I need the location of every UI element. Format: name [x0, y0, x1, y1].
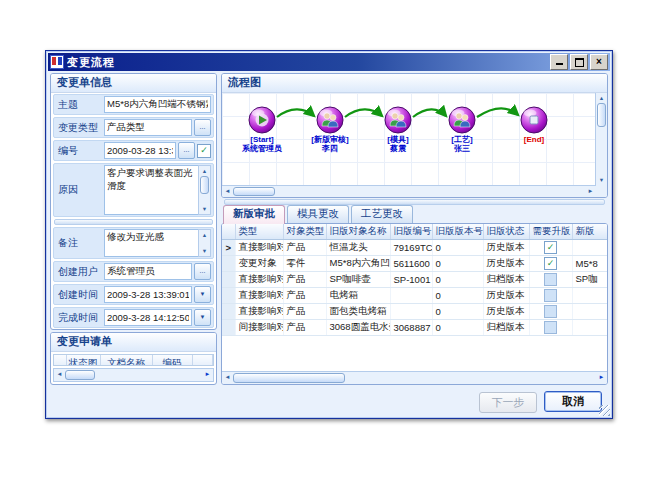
cancel-button[interactable]: 取消: [544, 391, 602, 412]
flow-vscrollbar[interactable]: ▲ ▼: [595, 93, 607, 185]
maximize-button[interactable]: [570, 54, 588, 70]
subject-input[interactable]: [104, 96, 211, 113]
scroll-thumb[interactable]: [233, 187, 275, 196]
grid-row[interactable]: 直接影响对象 产品 电烤箱 0 历史版本: [222, 288, 607, 304]
request-col-indicator: [54, 355, 66, 366]
cell-oldstatus: 历史版本: [483, 288, 529, 304]
flow-hscrollbar[interactable]: ◄ ►: [222, 185, 596, 197]
flow-node-start[interactable]: [249, 107, 275, 133]
grid-row[interactable]: 直接影响对象 产品 面包类电烤箱 0 历史版本: [222, 304, 607, 320]
grid-row[interactable]: 变更对象 零件 M5*8内六角凹... 5611600 0 历史版本 M5*8: [222, 256, 607, 272]
scroll-down-icon[interactable]: ▼: [199, 246, 210, 256]
scroll-left-icon[interactable]: ◄: [222, 372, 233, 384]
scroll-left-icon[interactable]: ◄: [54, 369, 65, 381]
finish-time-input[interactable]: [104, 309, 192, 326]
grid-row[interactable]: 直接影响对象 产品 SP咖啡壶 SP-1001 0 归档版本 SP咖: [222, 272, 607, 288]
scroll-down-icon[interactable]: ▼: [596, 175, 607, 185]
scroll-up-icon[interactable]: ▲: [596, 93, 607, 103]
cell-newname: [572, 240, 607, 256]
cell-oldno: [390, 288, 432, 304]
finish-time-dropdown-button[interactable]: ▼: [194, 309, 211, 326]
scroll-thumb[interactable]: [65, 370, 95, 380]
cell-newname: [572, 304, 607, 320]
upgrade-checkbox[interactable]: [544, 321, 557, 334]
create-time-input[interactable]: [104, 286, 192, 303]
scroll-down-icon[interactable]: ▼: [199, 204, 210, 214]
number-ellipsis-button[interactable]: ...: [178, 142, 195, 159]
flow-canvas[interactable]: [Start] 系统管理员 [新版审核] 李四 [模具] 蔡震 [工艺] 张三 …: [222, 93, 595, 185]
cell-oldstatus: 历史版本: [483, 256, 529, 272]
app-icon: [50, 55, 64, 69]
change-type-input[interactable]: [104, 119, 192, 136]
next-button[interactable]: 下一步: [479, 392, 537, 413]
create-time-label: 创建时间: [56, 288, 104, 302]
flow-node-mold[interactable]: [385, 107, 411, 133]
grid-row[interactable]: > 直接影响对象 产品 恒温龙头 79169TC 0 历史版本: [222, 240, 607, 256]
flow-node-review[interactable]: [317, 107, 343, 133]
upgrade-checkbox[interactable]: [544, 305, 557, 318]
cell-objtype: 产品: [283, 240, 326, 256]
resize-grip[interactable]: [599, 405, 610, 416]
grid-hscrollbar[interactable]: ◄ ►: [222, 371, 607, 384]
scroll-left-icon[interactable]: ◄: [222, 186, 233, 197]
remark-row: 备注 修改为亚光感 ▲ ▼: [53, 227, 214, 259]
tab-new-version-approval[interactable]: 新版审批: [223, 205, 285, 224]
remark-scrollbar[interactable]: ▲ ▼: [198, 229, 211, 257]
scroll-thumb[interactable]: [233, 373, 345, 383]
change-info-header: 变更单信息: [51, 74, 216, 93]
change-type-ellipsis-button[interactable]: ...: [194, 119, 211, 136]
create-time-row: 创建时间 ▼: [53, 284, 214, 305]
change-info-group: 变更单信息 主题 变更类型 ... 编号 ... 原因 客户要求调整表面光滑度: [50, 73, 217, 330]
left-splitter-1[interactable]: [54, 219, 213, 225]
cell-oldver: 0: [432, 288, 483, 304]
upgrade-checkbox[interactable]: [544, 273, 557, 286]
cell-newname: M5*8: [572, 256, 607, 272]
minimize-button[interactable]: [550, 54, 568, 70]
finish-time-row: 完成时间 ▼: [53, 307, 214, 328]
scroll-thumb[interactable]: [200, 176, 209, 194]
flow-diagram: [Start] 系统管理员 [新版审核] 李四 [模具] 蔡震 [工艺] 张三 …: [222, 93, 595, 183]
cell-oldver: 0: [432, 320, 483, 336]
upgrade-checkbox[interactable]: [544, 257, 557, 270]
request-hscrollbar[interactable]: ◄ ►: [53, 368, 214, 382]
flow-node-craft[interactable]: [449, 107, 475, 133]
creator-ellipsis-button[interactable]: ...: [194, 263, 211, 280]
creator-row: 创建用户 ...: [53, 261, 214, 282]
node-label: [Start]: [250, 135, 274, 144]
flow-chart-header: 流程图: [222, 74, 607, 93]
change-request-group: 变更申请单 状态图 文档名称 编码 > links表...: [50, 332, 217, 385]
request-col-status: 状态图: [66, 355, 100, 366]
request-table: 状态图 文档名称 编码 > links表... 普通: [53, 354, 214, 366]
close-icon: ×: [596, 57, 602, 67]
cell-oldname: M5*8内六角凹...: [326, 256, 390, 272]
change-process-dialog: 变更流程 × 变更单信息 主题 变更类型 ... 编号 ...: [45, 50, 613, 419]
remark-textarea[interactable]: 修改为亚光感: [104, 229, 198, 257]
grid-row[interactable]: 间接影响对象 产品 3068圆盖电水壶 3068887 0 归档版本: [222, 320, 607, 336]
reason-scrollbar[interactable]: ▲ ▼: [198, 165, 211, 215]
scroll-thumb[interactable]: [597, 103, 606, 127]
node-label-end: [End]: [524, 135, 545, 144]
row-indicator: [222, 272, 235, 288]
scroll-up-icon[interactable]: ▲: [199, 230, 210, 240]
grid-col-oldno: 旧版编号: [390, 224, 432, 240]
scroll-up-icon[interactable]: ▲: [199, 166, 210, 176]
flow-node-end[interactable]: [521, 107, 547, 133]
scroll-right-icon[interactable]: ►: [585, 186, 596, 197]
creator-input[interactable]: [104, 263, 192, 280]
tab-craft-change[interactable]: 工艺更改: [351, 205, 413, 223]
upgrade-checkbox[interactable]: [544, 241, 557, 254]
grid-col-oldver: 旧版版本号: [432, 224, 483, 240]
upgrade-checkbox[interactable]: [544, 289, 557, 302]
close-button[interactable]: ×: [590, 54, 608, 70]
cell-newname: SP咖: [572, 272, 607, 288]
scroll-right-icon[interactable]: ►: [596, 372, 607, 384]
reason-textarea[interactable]: 客户要求调整表面光滑度: [104, 165, 198, 215]
tab-mold-change[interactable]: 模具更改: [287, 205, 349, 223]
create-time-dropdown-button[interactable]: ▼: [194, 286, 211, 303]
scroll-right-icon[interactable]: ►: [202, 369, 213, 381]
desktop: 变更流程 × 变更单信息 主题 变更类型 ... 编号 ...: [0, 0, 660, 477]
number-input[interactable]: [104, 142, 176, 159]
node-label: [新版审核]: [311, 134, 349, 144]
number-checkbox[interactable]: [197, 144, 211, 158]
reason-row: 原因 客户要求调整表面光滑度 ▲ ▼: [53, 163, 214, 217]
